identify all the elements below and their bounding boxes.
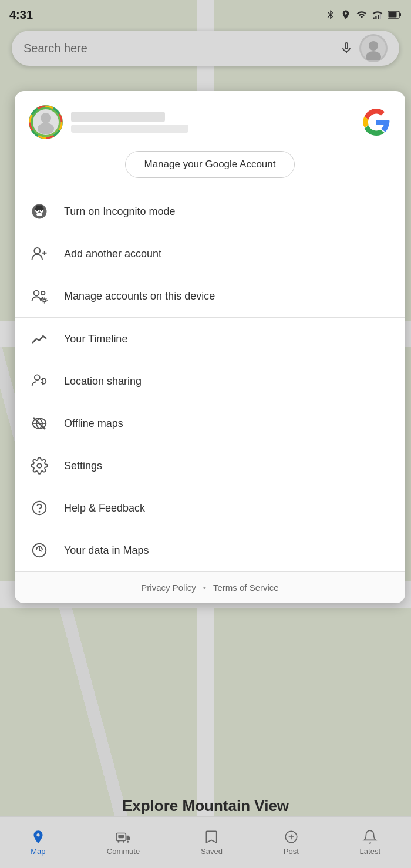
menu-label-settings: Settings xyxy=(64,460,102,472)
menu-label-offline-maps: Offline maps xyxy=(64,418,123,430)
menu-label-manage-accounts: Manage accounts on this device xyxy=(64,290,215,302)
svg-point-31 xyxy=(35,375,40,380)
svg-point-16 xyxy=(38,123,54,134)
data-maps-icon xyxy=(29,540,50,561)
account-avatar xyxy=(29,105,63,139)
panel-footer: Privacy Policy • Terms of Service xyxy=(15,571,405,603)
menu-label-help: Help & Feedback xyxy=(64,502,145,514)
help-icon xyxy=(29,497,50,519)
svg-point-20 xyxy=(36,210,38,212)
footer-dot: • xyxy=(203,583,206,593)
menu-item-location-sharing[interactable]: Location sharing xyxy=(15,360,405,402)
svg-point-37 xyxy=(39,512,39,512)
svg-point-36 xyxy=(33,502,46,515)
menu-label-add-account: Add another account xyxy=(64,248,161,260)
location-sharing-icon xyxy=(29,371,50,392)
svg-point-35 xyxy=(37,463,42,468)
terms-of-service-link[interactable]: Terms of Service xyxy=(213,583,279,593)
menu-item-offline-maps[interactable]: Offline maps xyxy=(15,402,405,445)
manage-account-button[interactable]: Manage your Google Account xyxy=(125,151,295,178)
menu-item-manage-accounts[interactable]: Manage accounts on this device xyxy=(15,275,405,317)
menu-item-data-maps[interactable]: Your data in Maps xyxy=(15,529,405,571)
menu-label-location-sharing: Location sharing xyxy=(64,375,142,388)
svg-point-25 xyxy=(34,248,40,254)
menu-label-data-maps: Your data in Maps xyxy=(64,544,149,557)
menu-item-add-account[interactable]: Add another account xyxy=(15,233,405,275)
svg-point-28 xyxy=(34,291,39,296)
account-email-blurred xyxy=(71,125,188,133)
menu-item-timeline[interactable]: Your Timeline xyxy=(15,318,405,360)
svg-point-15 xyxy=(41,113,51,123)
account-name-blurred xyxy=(71,112,165,122)
timeline-icon xyxy=(29,328,50,349)
svg-point-29 xyxy=(41,291,45,295)
account-left xyxy=(29,105,188,139)
menu-item-help[interactable]: Help & Feedback xyxy=(15,487,405,529)
settings-icon xyxy=(29,455,50,476)
account-info xyxy=(71,112,188,133)
svg-point-22 xyxy=(36,213,42,216)
menu-item-settings[interactable]: Settings xyxy=(15,445,405,487)
privacy-policy-link[interactable]: Privacy Policy xyxy=(141,583,196,593)
google-logo xyxy=(362,107,391,137)
svg-point-21 xyxy=(41,210,43,212)
svg-rect-24 xyxy=(36,205,42,208)
offline-maps-icon xyxy=(29,413,50,434)
incognito-icon xyxy=(29,201,50,222)
person-add-icon xyxy=(29,243,50,264)
account-header xyxy=(15,91,405,151)
menu-label-incognito: Turn on Incognito mode xyxy=(64,206,175,218)
svg-point-30 xyxy=(43,299,46,302)
menu-label-timeline: Your Timeline xyxy=(64,333,127,345)
manage-accounts-icon xyxy=(29,285,50,307)
account-panel: Manage your Google Account Turn on Incog… xyxy=(15,91,405,603)
menu-item-incognito[interactable]: Turn on Incognito mode xyxy=(15,190,405,233)
